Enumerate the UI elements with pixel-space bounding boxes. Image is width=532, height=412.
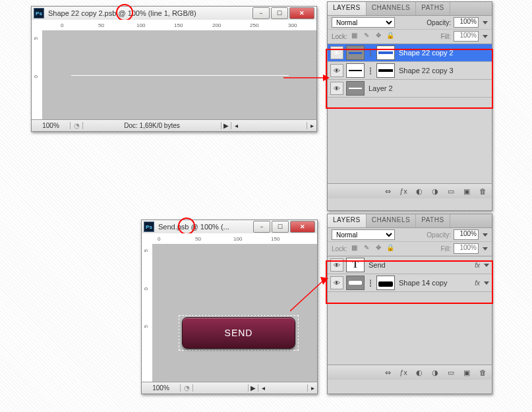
lock-paint-icon[interactable]: ✎ bbox=[362, 244, 371, 253]
scroll-right-icon[interactable]: ▸ bbox=[307, 122, 316, 129]
scroll-left-icon[interactable]: ◂ bbox=[258, 384, 268, 392]
tab-channels[interactable]: CHANNELS bbox=[367, 2, 416, 15]
mask-thumbnail[interactable] bbox=[376, 276, 395, 290]
adjustment-icon[interactable]: ◑ bbox=[430, 186, 440, 196]
opacity-input[interactable]: 100% bbox=[454, 17, 479, 28]
statusbar: 100% ◔ ▶ ◂ ▸ bbox=[142, 382, 317, 394]
lock-transparent-icon[interactable]: ▦ bbox=[350, 32, 359, 41]
mask-thumbnail[interactable] bbox=[376, 63, 395, 78]
lock-row: Lock: ▦ ✎ ✥ 🔒 Fill: 100% bbox=[328, 30, 492, 44]
visibility-toggle[interactable]: 👁 bbox=[330, 46, 343, 59]
trash-icon[interactable]: 🗑 bbox=[477, 367, 488, 378]
layer-row[interactable]: 👁 ┇ Shape 22 copy 2 bbox=[328, 44, 492, 62]
fx-icon[interactable]: ƒx bbox=[398, 367, 409, 378]
doc-window-shape22[interactable]: Ps Shape 22 copy 2.psb @ 100% (line 1, R… bbox=[31, 6, 317, 132]
tab-paths[interactable]: PATHS bbox=[416, 2, 450, 15]
text-layer-icon[interactable]: T bbox=[346, 258, 365, 272]
line-shape bbox=[71, 75, 289, 76]
minimize-button[interactable]: − bbox=[252, 7, 270, 19]
lock-row: Lock: ▦ ✎ ✥ 🔒 Fill: 100% bbox=[328, 242, 492, 256]
ruler-vertical: 5 0 bbox=[32, 30, 43, 120]
tab-layers[interactable]: LAYERS bbox=[328, 2, 367, 15]
canvas[interactable] bbox=[42, 30, 316, 120]
layer-row[interactable]: 👁 Layer 2 bbox=[328, 80, 492, 98]
new-layer-icon[interactable]: ▣ bbox=[461, 367, 472, 378]
link-layers-icon[interactable]: ⇔ bbox=[382, 186, 393, 196]
layer-thumbnail[interactable] bbox=[346, 63, 365, 78]
photoshop-icon: Ps bbox=[34, 8, 44, 18]
opacity-flyout-icon[interactable] bbox=[483, 21, 488, 24]
fill-flyout-icon[interactable] bbox=[483, 35, 488, 38]
adjustment-icon[interactable]: ◑ bbox=[430, 367, 440, 378]
tab-channels[interactable]: CHANNELS bbox=[367, 214, 416, 227]
fx-expand-icon[interactable] bbox=[484, 281, 489, 285]
doc-window-send[interactable]: Ps Send.psb @ 100% (... − ☐ ✕ 0 50 100 1… bbox=[141, 220, 318, 394]
visibility-toggle[interactable]: 👁 bbox=[330, 276, 343, 289]
lock-transparent-icon[interactable]: ▦ bbox=[350, 244, 359, 253]
maximize-button[interactable]: ☐ bbox=[271, 7, 288, 19]
visibility-toggle[interactable]: 👁 bbox=[330, 258, 343, 272]
layer-name[interactable]: Send bbox=[367, 261, 472, 269]
fill-label: Fill: bbox=[440, 33, 451, 40]
canvas[interactable]: SEND bbox=[152, 244, 317, 382]
trash-icon[interactable]: 🗑 bbox=[477, 186, 488, 196]
fill-input[interactable]: 100% bbox=[454, 243, 479, 254]
fx-badge[interactable]: fx bbox=[475, 262, 480, 269]
titlebar[interactable]: Ps Send.psb @ 100% (... − ☐ ✕ bbox=[142, 220, 317, 233]
new-layer-icon[interactable]: ▣ bbox=[461, 186, 472, 196]
visibility-toggle[interactable]: 👁 bbox=[330, 64, 343, 77]
mask-add-icon[interactable]: ◐ bbox=[414, 367, 425, 378]
zoom-field[interactable]: 100% bbox=[142, 384, 181, 392]
link-layers-icon[interactable]: ⇔ bbox=[382, 367, 393, 378]
lock-paint-icon[interactable]: ✎ bbox=[362, 32, 371, 41]
layer-row[interactable]: 👁 T Send fx bbox=[328, 256, 492, 274]
layer-thumbnail[interactable] bbox=[346, 276, 365, 290]
panel-footer: ⇔ ƒx ◐ ◑ ▭ ▣ 🗑 bbox=[328, 365, 492, 380]
lock-all-icon[interactable]: 🔒 bbox=[386, 32, 395, 41]
zoom-field[interactable]: 100% bbox=[32, 122, 71, 129]
opacity-flyout-icon[interactable] bbox=[483, 233, 488, 237]
layer-name[interactable]: Shape 22 copy 3 bbox=[398, 67, 489, 74]
blend-mode-select[interactable]: Normal bbox=[332, 17, 395, 28]
layer-list: 👁 T Send fx 👁 ┇ Shape 14 copy fx bbox=[328, 256, 492, 292]
layer-name[interactable]: Shape 22 copy 2 bbox=[398, 49, 489, 57]
tab-paths[interactable]: PATHS bbox=[416, 214, 450, 227]
fx-expand-icon[interactable] bbox=[484, 264, 489, 267]
blend-mode-select[interactable]: Normal bbox=[332, 229, 395, 240]
fx-badge[interactable]: fx bbox=[475, 280, 480, 287]
minimize-button[interactable]: − bbox=[253, 221, 270, 233]
mask-add-icon[interactable]: ◐ bbox=[414, 186, 425, 196]
lock-all-icon[interactable]: 🔒 bbox=[386, 244, 395, 253]
titlebar[interactable]: Ps Shape 22 copy 2.psb @ 100% (line 1, R… bbox=[32, 7, 316, 20]
lock-label: Lock: bbox=[332, 33, 347, 40]
mask-thumbnail[interactable] bbox=[376, 45, 395, 60]
opacity-input[interactable]: 100% bbox=[454, 229, 479, 240]
ruler-horizontal: 0 50 100 150 bbox=[142, 233, 317, 245]
visibility-toggle[interactable]: 👁 bbox=[330, 82, 343, 95]
scroll-left-icon[interactable]: ◂ bbox=[231, 122, 241, 129]
layer-thumbnail[interactable] bbox=[346, 81, 365, 96]
status-flyout-icon[interactable]: ▶ bbox=[248, 384, 258, 392]
send-button-shape: SEND bbox=[182, 317, 295, 349]
scroll-right-icon[interactable]: ▸ bbox=[307, 384, 317, 392]
close-button[interactable]: ✕ bbox=[290, 221, 315, 233]
folder-icon[interactable]: ▭ bbox=[446, 186, 456, 196]
layer-name[interactable]: Shape 14 copy bbox=[398, 279, 472, 287]
fill-flyout-icon[interactable] bbox=[483, 247, 488, 250]
status-flyout-icon[interactable]: ▶ bbox=[221, 122, 231, 129]
layer-row[interactable]: 👁 ┇ Shape 14 copy fx bbox=[328, 274, 492, 292]
fx-icon[interactable]: ƒx bbox=[398, 186, 409, 196]
tabs: LAYERS CHANNELS PATHS bbox=[328, 214, 492, 228]
layer-thumbnail[interactable] bbox=[346, 45, 365, 60]
layers-panel-1[interactable]: LAYERS CHANNELS PATHS Normal Opacity: 10… bbox=[327, 1, 492, 211]
close-button[interactable]: ✕ bbox=[289, 7, 314, 19]
layer-row[interactable]: 👁 ┇ Shape 22 copy 3 bbox=[328, 62, 492, 80]
layers-panel-2[interactable]: LAYERS CHANNELS PATHS Normal Opacity: 10… bbox=[327, 214, 492, 394]
fill-input[interactable]: 100% bbox=[454, 31, 479, 42]
lock-position-icon[interactable]: ✥ bbox=[374, 244, 383, 253]
layer-name[interactable]: Layer 2 bbox=[367, 84, 489, 92]
lock-position-icon[interactable]: ✥ bbox=[374, 32, 383, 41]
maximize-button[interactable]: ☐ bbox=[272, 221, 289, 233]
folder-icon[interactable]: ▭ bbox=[446, 367, 456, 378]
tab-layers[interactable]: LAYERS bbox=[328, 214, 367, 227]
